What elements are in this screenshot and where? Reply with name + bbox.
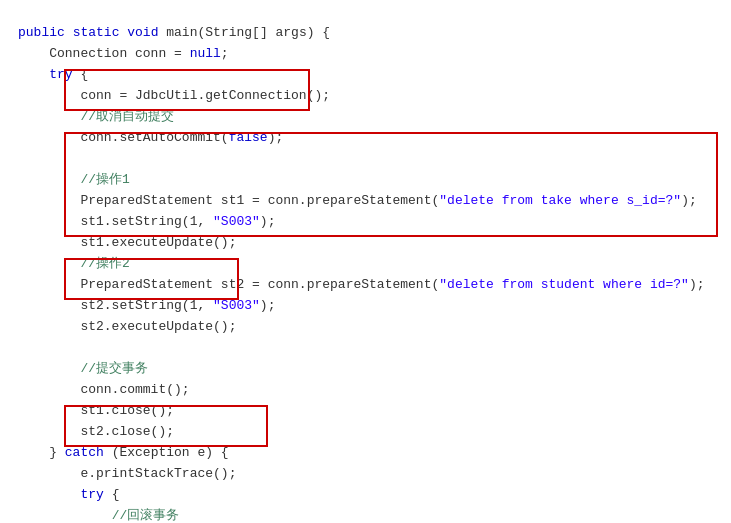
code-block: public static void main(String[] args) {… — [18, 22, 713, 523]
code-container: public static void main(String[] args) {… — [0, 0, 731, 523]
code-wrapper: public static void main(String[] args) {… — [8, 12, 723, 523]
